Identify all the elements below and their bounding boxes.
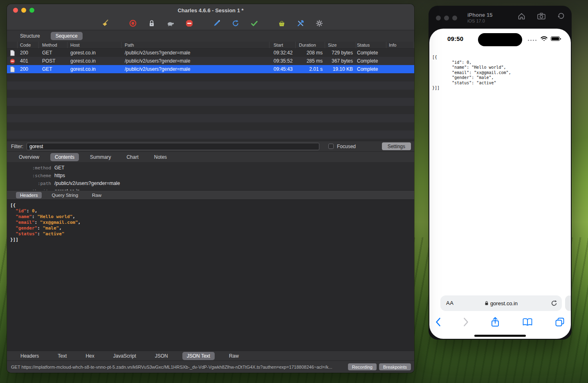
settings-gear-icon[interactable] [314, 18, 325, 29]
desktop-wallpaper: Charles 4.6.6 - Session 1 * StructureSeq… [0, 0, 588, 383]
bookmarks-button[interactable] [522, 318, 533, 327]
cell-host: gorest.co.in [67, 65, 121, 73]
settings-button[interactable]: Settings [382, 142, 411, 150]
tab-sequence[interactable]: Sequence [51, 32, 83, 40]
table-row[interactable]: 200GETgorest.co.in/public/v2/users?gende… [7, 65, 414, 73]
recording-button[interactable]: Recording [348, 363, 377, 370]
tab-raw[interactable]: Raw [88, 192, 105, 198]
tab-raw[interactable]: Raw [224, 352, 243, 360]
cell-duration: 285 ms [296, 57, 325, 65]
request-table: 200GETgorest.co.in/public/v2/users?gende… [7, 49, 414, 141]
share-button[interactable] [491, 317, 500, 327]
table-row[interactable]: 401POSTgorest.co.in/public/v2/users?gend… [7, 57, 414, 65]
tab-contents[interactable]: Contents [50, 153, 79, 161]
next-tab-sliver[interactable] [565, 295, 571, 311]
request-header-row: :path/public/v2/users?gender=male [7, 180, 414, 187]
filter-input[interactable] [27, 143, 319, 150]
reader-button[interactable]: AA [446, 300, 453, 306]
compose-pencil-icon[interactable] [211, 18, 222, 29]
header-key: :method [7, 164, 51, 172]
repeat-refresh-icon[interactable] [230, 18, 241, 29]
tab-text[interactable]: Text [53, 352, 71, 360]
zoom-button[interactable] [452, 16, 457, 20]
status-bar-time: 09:50 [447, 35, 463, 42]
cell-path: /public/v2/users?gender=male [121, 65, 269, 73]
focused-checkbox[interactable] [328, 144, 334, 149]
cell-status: Complete [356, 65, 386, 73]
cell-info [386, 65, 414, 73]
tab-javascript[interactable]: JavaScript [109, 352, 141, 360]
tools-basket-icon[interactable] [276, 18, 287, 29]
home-icon[interactable] [518, 12, 525, 20]
wrench-tools-icon[interactable] [295, 18, 306, 29]
cell-status: Complete [356, 57, 386, 65]
device-os-version: iOS 17.0 [467, 18, 492, 23]
breakpoints-button[interactable]: Breakpoints [379, 363, 411, 370]
screenshot-camera-icon[interactable] [537, 13, 545, 20]
body-view-tabs: HeadersTextHexJavaScriptJSONJSON TextRaw [7, 351, 414, 360]
home-indicator[interactable] [474, 335, 526, 337]
cell-start: 09:32:42 [269, 49, 296, 57]
address-field[interactable]: gorest.co.in [457, 295, 545, 311]
url-text: gorest.co.in [490, 300, 518, 306]
close-button[interactable] [436, 16, 441, 20]
forward-button[interactable] [463, 318, 469, 327]
cell-code: 200 [18, 49, 39, 57]
back-button[interactable] [435, 318, 441, 327]
cell-host: gorest.co.in [67, 49, 121, 57]
minimize-button[interactable] [21, 8, 26, 13]
safari-page-content: [{ "id": 0, "name": "Hello world", "emai… [432, 55, 569, 91]
cell-method: POST [39, 57, 67, 65]
tab-headers[interactable]: Headers [16, 352, 43, 360]
table-row[interactable]: 200GETgorest.co.in/public/v2/users?gende… [7, 49, 414, 57]
tab-overview[interactable]: Overview [14, 153, 44, 161]
cell-size: 19.10 KB [325, 65, 356, 73]
json-line: [{ [432, 55, 569, 60]
validate-check-icon[interactable] [249, 18, 260, 29]
minimize-button[interactable] [444, 16, 449, 20]
status-request-url: GET https://mplatform-mcloud-whch-s8-te-… [11, 365, 346, 369]
cell-method: GET [39, 65, 67, 73]
charles-window: Charles 4.6.6 - Session 1 * StructureSeq… [7, 4, 414, 373]
cell-path: /public/v2/users?gender=male [121, 57, 269, 65]
column-header-path: Path [121, 42, 269, 48]
rotate-icon[interactable] [557, 12, 565, 20]
cellular-signal-icon [528, 40, 536, 41]
safari-toolbar [429, 315, 571, 329]
tab-hex[interactable]: Hex [81, 352, 99, 360]
tab-notes[interactable]: Notes [150, 153, 171, 161]
tab-structure[interactable]: Structure [15, 32, 45, 40]
cell-path: /public/v2/users?gender=male [121, 49, 269, 57]
tab-json[interactable]: JSON [150, 352, 173, 360]
filter-bar: Filter: Focused Settings [7, 141, 414, 151]
tab-query-string[interactable]: Query String [47, 192, 82, 198]
header-key: :path [7, 180, 51, 187]
json-line: "id": 0, [432, 60, 569, 65]
json-line: "email": "xx@gmail.com", [432, 70, 569, 76]
breakpoints-stop-icon[interactable] [184, 18, 195, 29]
cell-status: Complete [356, 49, 386, 57]
header-value: https [54, 172, 65, 180]
tab-chart[interactable]: Chart [122, 153, 143, 161]
request-header-row: :authoritygorest.co.in [7, 187, 414, 190]
wifi-icon [541, 36, 548, 43]
column-header-code: Code [18, 42, 39, 48]
zoom-button[interactable] [29, 8, 34, 13]
tabs-button[interactable] [555, 317, 565, 327]
lock-icon [485, 301, 489, 306]
json-line: "status": "active" [10, 231, 414, 237]
document-icon [7, 49, 18, 57]
tab-json-text[interactable]: JSON Text [182, 352, 215, 360]
reload-button[interactable] [550, 300, 558, 309]
clear-session-icon[interactable] [100, 18, 111, 29]
close-button[interactable] [13, 8, 18, 13]
cell-info [386, 57, 414, 65]
ssl-lock-icon[interactable] [146, 18, 157, 29]
tab-summary[interactable]: Summary [85, 153, 115, 161]
throttle-turtle-icon[interactable] [165, 18, 176, 29]
safari-url-bar[interactable]: AA gorest.co.in [440, 295, 562, 311]
focused-label: Focused [337, 144, 356, 149]
tab-headers[interactable]: Headers [16, 192, 42, 198]
record-icon[interactable] [128, 18, 138, 29]
json-line: "name": "Hello world", [432, 65, 569, 70]
